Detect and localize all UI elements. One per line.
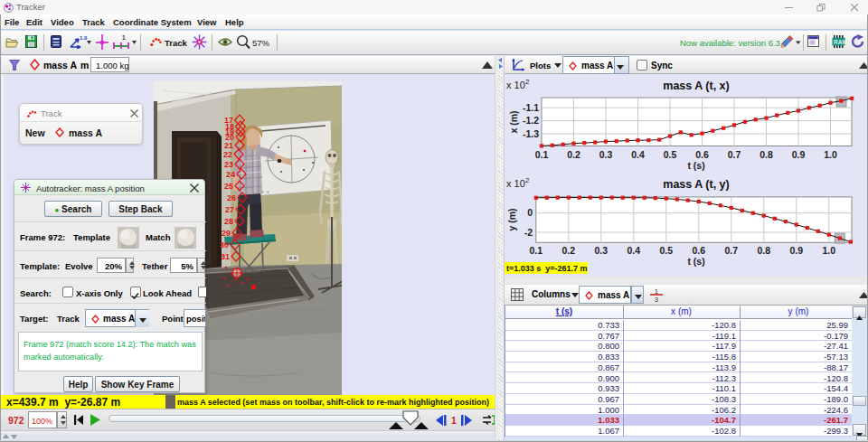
svg-text:x 10: x 10 (506, 178, 525, 189)
svg-text:1.0: 1.0 (80, 35, 88, 41)
svg-text:0.2: 0.2 (561, 245, 575, 256)
svg-text:0.8: 0.8 (757, 245, 770, 256)
svg-text:0.1: 0.1 (535, 149, 549, 160)
svg-text:25: 25 (224, 182, 233, 191)
svg-text:0.5: 0.5 (664, 149, 677, 160)
svg-text:22: 22 (223, 150, 232, 159)
svg-text:-1.1: -1.1 (523, 102, 539, 113)
svg-text:-1.3: -1.3 (523, 128, 539, 139)
svg-text:0.9: 0.9 (789, 245, 803, 256)
svg-text:0.3: 0.3 (594, 245, 608, 256)
svg-text:29: 29 (222, 229, 231, 238)
svg-text:0.3: 0.3 (599, 149, 613, 160)
svg-text:-1.2: -1.2 (523, 115, 539, 126)
svg-text:y (m): y (m) (506, 208, 517, 230)
svg-text:RAM: RAM (834, 39, 845, 45)
svg-text:28: 28 (224, 217, 233, 226)
svg-text:0.4: 0.4 (631, 149, 645, 160)
svg-text:0.6: 0.6 (692, 245, 705, 256)
svg-text:x 10: x 10 (506, 80, 525, 90)
svg-text:27: 27 (225, 205, 234, 214)
svg-text:0.8: 0.8 (760, 149, 773, 160)
svg-text:1.0: 1.0 (822, 245, 835, 256)
svg-text:2: 2 (525, 176, 530, 184)
svg-text:mass A (t, y): mass A (t, y) (663, 178, 729, 191)
svg-text:0.5: 0.5 (659, 245, 673, 256)
svg-text:30: 30 (220, 240, 229, 249)
svg-text:21: 21 (224, 141, 233, 150)
svg-text:0: 0 (527, 207, 533, 218)
svg-text:mass A (t, x): mass A (t, x) (663, 80, 729, 92)
svg-text:0.9: 0.9 (792, 149, 806, 160)
svg-text:31: 31 (221, 252, 230, 261)
svg-text:1.0: 1.0 (824, 149, 837, 160)
svg-text:2: 2 (525, 78, 530, 86)
svg-text:0.2: 0.2 (567, 149, 580, 160)
svg-text:3: 3 (655, 296, 658, 303)
svg-text:0.7: 0.7 (728, 149, 741, 160)
svg-text:0.7: 0.7 (724, 245, 738, 256)
svg-text:0.6: 0.6 (695, 149, 709, 160)
svg-text:t (s): t (s) (687, 160, 704, 171)
svg-text:1: 1 (655, 288, 658, 295)
svg-text:x (m): x (m) (508, 110, 519, 133)
svg-text:26: 26 (227, 193, 236, 202)
svg-text:0.4: 0.4 (627, 245, 640, 256)
svg-text:0.1: 0.1 (529, 245, 542, 256)
svg-text:t (s): t (s) (687, 256, 704, 267)
svg-text:1: 1 (122, 34, 126, 41)
svg-text:24: 24 (226, 170, 235, 179)
svg-text:23: 23 (224, 160, 233, 169)
svg-text:-2: -2 (524, 227, 533, 238)
